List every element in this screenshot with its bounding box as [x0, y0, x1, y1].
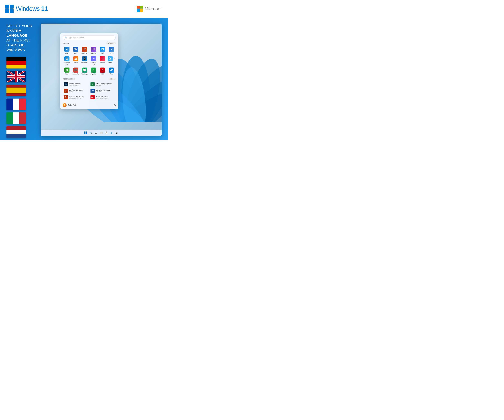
yourphone-icon: 📱 [82, 56, 87, 61]
todo-icon: ✓ [109, 47, 114, 52]
rec-expenses[interactable]: xl 2021 Monthly Expenses 17m ago [90, 81, 116, 87]
donation-icon: W [90, 89, 95, 93]
svg-rect-11 [84, 131, 85, 133]
search-placeholder: Type here to search [68, 37, 84, 39]
msstore-icon: ⊞ [64, 56, 70, 61]
app-word[interactable]: W Word [72, 46, 80, 55]
svg-rect-12 [86, 131, 87, 133]
microsoft-grid-icon [137, 6, 143, 12]
app-todo[interactable]: ✓ To Do [107, 46, 116, 55]
start-search-bar[interactable]: 🔍 Type here to search [63, 35, 116, 40]
netflix-label: Netflix [101, 73, 105, 75]
taskbar-search[interactable]: 🔍 [89, 131, 93, 135]
svg-rect-13 [84, 133, 85, 134]
app-whatsapp[interactable]: 💬 WhatsApp [80, 67, 89, 76]
user-name: Taylor Philips [68, 104, 78, 106]
flag-uk[interactable] [6, 71, 26, 82]
spotify-label: Spotify [91, 73, 96, 75]
taskbar-edge[interactable]: e [110, 131, 113, 135]
app-spotify[interactable]: ♫ Spotify [90, 67, 98, 76]
flag-dutch[interactable] [6, 126, 26, 138]
flag-italian[interactable] [6, 112, 26, 124]
taskbar-teams[interactable]: 💬 [105, 131, 108, 135]
user-avatar: T [63, 103, 66, 107]
windows11-title: Windows 11 [16, 5, 48, 12]
twitter-label: Twitter [108, 62, 112, 64]
app-xbox[interactable]: ⊛ Xbox [63, 67, 71, 76]
taskbar-store[interactable]: ⊞ [115, 131, 119, 135]
flag-french[interactable] [6, 99, 26, 110]
zerowaste-icon: P [64, 95, 68, 99]
app-edge[interactable]: e Edge [63, 46, 71, 55]
word-label: Word [74, 52, 78, 54]
pinned-label: Pinned [63, 42, 69, 44]
app-snipping[interactable]: ✂ Snipping Tool [90, 56, 98, 66]
flag-german[interactable] [6, 57, 26, 69]
microsoft-logo: Microsoft [137, 6, 163, 12]
photos-label: Photos [74, 62, 78, 64]
mail-icon: ✉ [100, 47, 105, 52]
app-msstore[interactable]: ⊞ Microsoft Store [63, 56, 71, 66]
xbox-label: Xbox [65, 73, 68, 75]
paint-label: Paint [110, 73, 113, 75]
msstore-label: Microsoft Store [63, 62, 71, 65]
whatsapp-icon: 💬 [82, 68, 87, 73]
pinterest-icon: P [100, 56, 105, 61]
more-button[interactable]: More › [108, 78, 116, 80]
all-apps-button[interactable]: All apps › [106, 42, 116, 44]
word-icon: W [73, 47, 78, 52]
whatsapp-label: WhatsApp [81, 73, 88, 75]
left-panel: SELECT YOUR SYSTEMLANGUAGEAT THE FIRSTST… [6, 24, 36, 135]
netflix-icon: N [100, 68, 105, 73]
more-pinned-icon[interactable] [114, 57, 116, 59]
recommended-grid: Ps Adobe Photoshop Recently added xl 202… [63, 81, 116, 100]
start-menu: 🔍 Type here to search Pinned All apps › … [60, 33, 118, 109]
svg-rect-14 [86, 133, 87, 134]
app-among[interactable]: 🎮 Among Us [72, 67, 80, 76]
among-label: Among Us [72, 73, 79, 75]
pinned-apps-grid: e Edge W Word P PowerPoint N OneNote [63, 46, 116, 76]
photos-icon: ⛰ [73, 56, 78, 61]
yourphone-label: Your Phone [81, 62, 88, 64]
taskbar-start[interactable] [84, 131, 87, 135]
app-photos[interactable]: ⛰ Photos [72, 56, 80, 66]
taskbar-taskview[interactable]: ❑ [94, 131, 98, 135]
start-footer: T Taylor Philips ⏻ [63, 102, 116, 107]
app-powerpoint[interactable]: P PowerPoint [80, 46, 89, 55]
app-onenote[interactable]: N OneNote [90, 46, 98, 55]
expenses-icon: xl [90, 82, 95, 86]
app-twitter[interactable]: 𝕏 Twitter [107, 56, 113, 64]
top-header: Windows 11 Microsoft [0, 0, 168, 18]
windows-grid-icon [5, 5, 14, 13]
flag-spanish[interactable] [6, 85, 26, 96]
pinterest-label: Pinterest [100, 62, 105, 64]
recommended-section-header: Recommended More › [63, 78, 116, 80]
user-info: T Taylor Philips [63, 103, 78, 107]
app-yourphone[interactable]: 📱 Your Phone [80, 56, 89, 66]
windows11-logo: Windows 11 [5, 5, 48, 13]
rec-rental[interactable]: PDF Rental Agreement Yesterday at 1:15 P… [90, 94, 116, 100]
taskbar-widgets[interactable]: ⬜ [99, 131, 103, 135]
rec-diy[interactable]: P DIY for Home Decor 2h ago [63, 88, 89, 94]
powerpoint-icon: P [82, 47, 87, 52]
app-netflix[interactable]: N Netflix [98, 67, 107, 76]
rec-donation[interactable]: W Donation Instructions 12h ago [90, 88, 116, 94]
app-paint[interactable]: 🖌 Paint [107, 67, 116, 76]
rec-photoshop[interactable]: Ps Adobe Photoshop Recently added [63, 81, 89, 87]
rec-zerowaste[interactable]: P The Zero-Waste Chef Yesterday at 4:24 … [63, 94, 89, 100]
app-pinterest[interactable]: P Pinterest [98, 56, 107, 66]
power-button[interactable]: ⏻ [114, 104, 116, 106]
pinned-section-header: Pinned All apps › [63, 42, 116, 44]
windows-screenshot: 🔍 Type here to search Pinned All apps › … [41, 24, 162, 136]
diy-icon: P [64, 89, 68, 93]
spotify-icon: ♫ [91, 68, 96, 73]
powerpoint-label: PowerPoint [81, 52, 88, 54]
twitter-icon: 𝕏 [108, 56, 113, 61]
photoshop-icon: Ps [64, 82, 68, 86]
todo-label: To Do [110, 52, 113, 54]
app-mail[interactable]: ✉ Mail [98, 46, 107, 55]
rental-icon: PDF [90, 95, 95, 99]
main-section: SELECT YOUR SYSTEMLANGUAGEAT THE FIRSTST… [0, 18, 168, 140]
flags-list [6, 57, 36, 138]
win-taskbar: 🔍 ❑ ⬜ 💬 e ⊞ [41, 130, 162, 136]
